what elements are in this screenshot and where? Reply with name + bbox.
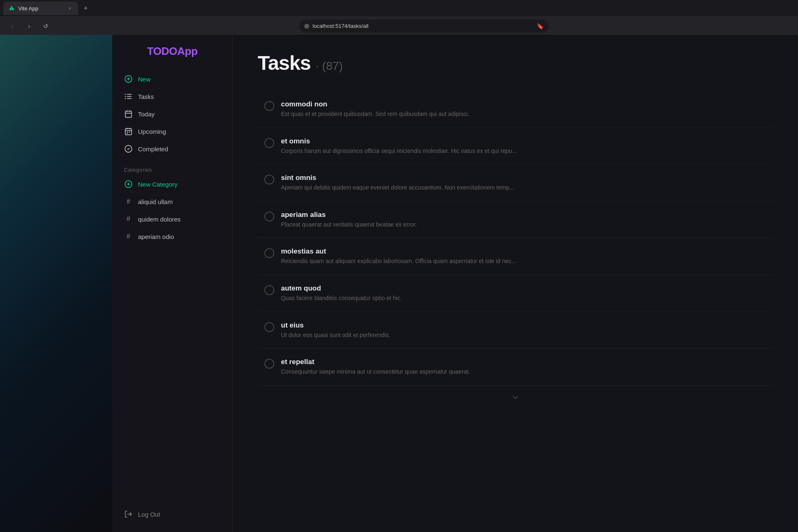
- tab-close-button[interactable]: ×: [66, 5, 73, 12]
- app-container: TODOApp New: [0, 35, 798, 532]
- table-row[interactable]: commodi non Est quas et et provident qui…: [258, 91, 773, 128]
- list-icon: [124, 92, 133, 101]
- sidebar-item-today-label: Today: [138, 111, 155, 118]
- task-count: · (87): [316, 59, 343, 73]
- browser-chrome: Vite App × + ‹ › ↺ localhost:5174/tasks/…: [0, 0, 798, 35]
- sidebar: TODOApp New: [112, 35, 233, 532]
- task-checkbox[interactable]: [264, 101, 274, 111]
- task-checkbox[interactable]: [264, 359, 274, 369]
- task-checkbox[interactable]: [264, 248, 274, 258]
- main-content: Tasks · (87) commodi non Est quas et et …: [233, 35, 798, 532]
- tab-title: Vite App: [18, 5, 63, 12]
- task-description: Corporis harum aut dignissimos officia s…: [281, 147, 572, 155]
- categories-section: New Category # aliquid ullam # quidem do…: [119, 176, 226, 244]
- sidebar-item-upcoming[interactable]: Upcoming: [119, 123, 226, 139]
- logout-button[interactable]: Log Out: [119, 506, 226, 522]
- task-body: autem quod Quas facere blanditiis conseq…: [281, 284, 766, 303]
- hash-icon-1: #: [124, 197, 133, 206]
- table-row[interactable]: et omnis Corporis harum aut dignissimos …: [258, 128, 773, 165]
- sidebar-item-new[interactable]: New: [119, 71, 226, 87]
- left-gradient-panel: [0, 35, 112, 532]
- nav-bar: ‹ › ↺ localhost:5174/tasks/all 🔖: [0, 17, 798, 35]
- task-description: Est quas et et provident quibusdam. Sed …: [281, 110, 572, 118]
- task-name: autem quod: [281, 284, 766, 293]
- category-quidem-dolores-label: quidem dolores: [138, 216, 181, 223]
- table-row[interactable]: et repellat Consequuntur saepe minima au…: [258, 349, 773, 386]
- secure-icon: [304, 24, 309, 29]
- hash-icon-3: #: [124, 232, 133, 241]
- table-row[interactable]: autem quod Quas facere blanditiis conseq…: [258, 275, 773, 312]
- new-category-label: New Category: [138, 181, 177, 188]
- address-bar[interactable]: localhost:5174/tasks/all 🔖: [299, 20, 549, 33]
- task-description: Ut dolor eos quasi sunt odit et perferen…: [281, 331, 572, 340]
- task-name: aperiam alias: [281, 211, 766, 219]
- task-body: ut eius Ut dolor eos quasi sunt odit et …: [281, 321, 766, 340]
- logout-label: Log Out: [138, 511, 160, 518]
- sidebar-item-tasks[interactable]: Tasks: [119, 89, 226, 104]
- tab-favicon: [8, 5, 15, 12]
- new-tab-button[interactable]: +: [80, 2, 91, 14]
- hash-icon-2: #: [124, 214, 133, 224]
- check-circle-icon: [124, 144, 133, 153]
- task-description: Aperiam qui debitis quidem eaque eveniet…: [281, 184, 572, 192]
- task-body: molestias aut Reiciendis quam aut aliqua…: [281, 247, 766, 266]
- back-button[interactable]: ‹: [7, 20, 18, 32]
- reload-button[interactable]: ↺: [40, 20, 52, 32]
- table-row[interactable]: sint omnis Aperiam qui debitis quidem ea…: [258, 165, 773, 202]
- bookmark-button[interactable]: 🔖: [537, 23, 544, 30]
- category-aperiam-odio-label: aperiam odio: [138, 233, 174, 240]
- calendar-icon: [124, 109, 133, 118]
- task-name: commodi non: [281, 100, 766, 108]
- task-checkbox[interactable]: [264, 285, 274, 295]
- task-body: sint omnis Aperiam qui debitis quidem ea…: [281, 174, 766, 192]
- sidebar-item-quidem-dolores[interactable]: # quidem dolores: [119, 211, 226, 227]
- task-body: aperiam alias Placeat quaerat aut verita…: [281, 211, 766, 229]
- url-text: localhost:5174/tasks/all: [313, 23, 368, 29]
- task-description: Consequuntur saepe minima aut ut consect…: [281, 368, 572, 376]
- task-body: et omnis Corporis harum aut dignissimos …: [281, 137, 766, 155]
- logout-icon: [124, 510, 133, 519]
- task-description: Reiciendis quam aut aliquam explicabo la…: [281, 257, 572, 266]
- sidebar-item-new-label: New: [138, 76, 150, 83]
- categories-label: Categories: [119, 167, 226, 173]
- plus-circle-icon: [124, 74, 133, 84]
- task-checkbox[interactable]: [264, 212, 274, 222]
- task-checkbox[interactable]: [264, 138, 274, 148]
- calendar-grid-icon: [124, 127, 133, 136]
- active-tab[interactable]: Vite App ×: [3, 2, 78, 15]
- task-body: et repellat Consequuntur saepe minima au…: [281, 358, 766, 376]
- table-row[interactable]: molestias aut Reiciendis quam aut aliqua…: [258, 238, 773, 275]
- sidebar-item-aperiam-odio[interactable]: # aperiam odio: [119, 229, 226, 244]
- task-description: Quas facere blanditiis consequatur optio…: [281, 294, 572, 303]
- page-title: Tasks: [258, 52, 311, 74]
- svg-rect-9: [126, 111, 132, 117]
- table-row[interactable]: ut eius Ut dolor eos quasi sunt odit et …: [258, 312, 773, 349]
- task-name: sint omnis: [281, 174, 766, 182]
- task-name: ut eius: [281, 321, 766, 330]
- sidebar-item-today[interactable]: Today: [119, 106, 226, 122]
- forward-button[interactable]: ›: [23, 20, 35, 32]
- nav-section: New Tasks: [119, 71, 226, 157]
- logout-section: Log Out: [119, 500, 226, 522]
- app-title: TODOApp: [119, 45, 226, 58]
- task-list: commodi non Est quas et et provident qui…: [258, 91, 773, 386]
- task-name: et repellat: [281, 358, 766, 366]
- sidebar-item-aliquid-ullam[interactable]: # aliquid ullam: [119, 194, 226, 209]
- task-name: et omnis: [281, 137, 766, 145]
- sidebar-item-completed-label: Completed: [138, 145, 168, 153]
- svg-rect-13: [126, 128, 132, 135]
- task-checkbox[interactable]: [264, 322, 274, 332]
- category-aliquid-ullam-label: aliquid ullam: [138, 198, 172, 205]
- task-checkbox[interactable]: [264, 175, 274, 185]
- task-name: molestias aut: [281, 247, 766, 256]
- page-header: Tasks · (87): [258, 52, 773, 74]
- sidebar-item-completed[interactable]: Completed: [119, 141, 226, 157]
- table-row[interactable]: aperiam alias Placeat quaerat aut verita…: [258, 202, 773, 239]
- tab-bar: Vite App × +: [0, 0, 798, 17]
- scroll-indicator: [258, 386, 773, 409]
- task-body: commodi non Est quas et et provident qui…: [281, 100, 766, 118]
- task-description: Placeat quaerat aut veritatis quaerat be…: [281, 221, 572, 229]
- sidebar-item-upcoming-label: Upcoming: [138, 128, 166, 135]
- sidebar-item-new-category[interactable]: New Category: [119, 176, 226, 192]
- sidebar-item-tasks-label: Tasks: [138, 93, 154, 100]
